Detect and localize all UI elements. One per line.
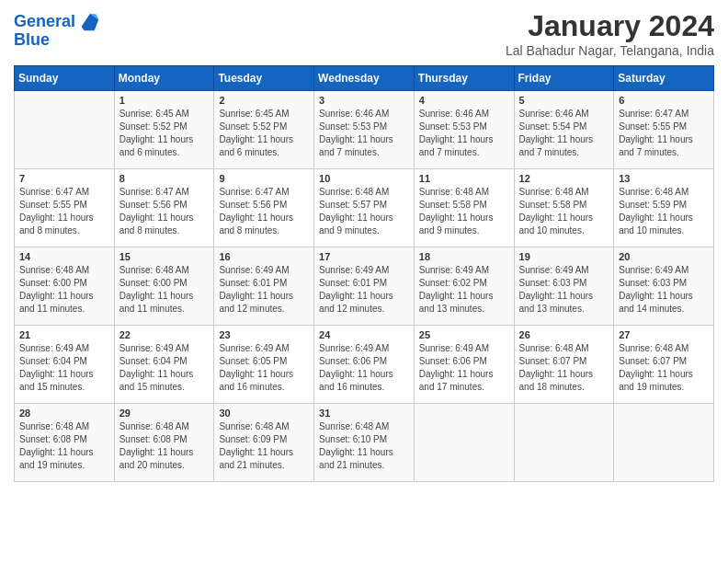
logo-icon	[77, 9, 103, 35]
calendar-cell: 21Sunrise: 6:49 AM Sunset: 6:04 PM Dayli…	[15, 326, 115, 404]
calendar-cell	[414, 404, 514, 482]
day-number: 27	[619, 329, 709, 340]
cell-info: Sunrise: 6:46 AM Sunset: 5:53 PM Dayligh…	[419, 108, 509, 159]
day-number: 20	[619, 251, 709, 262]
cell-info: Sunrise: 6:49 AM Sunset: 6:01 PM Dayligh…	[319, 264, 409, 316]
cell-info: Sunrise: 6:48 AM Sunset: 6:09 PM Dayligh…	[219, 420, 309, 472]
col-saturday: Saturday	[614, 66, 714, 91]
calendar-cell: 26Sunrise: 6:48 AM Sunset: 6:07 PM Dayli…	[514, 326, 614, 404]
cell-info: Sunrise: 6:48 AM Sunset: 6:08 PM Dayligh…	[119, 420, 210, 472]
calendar-header-row: Sunday Monday Tuesday Wednesday Thursday…	[15, 66, 714, 91]
cell-info: Sunrise: 6:48 AM Sunset: 5:58 PM Dayligh…	[519, 186, 609, 237]
col-thursday: Thursday	[414, 66, 514, 91]
day-number: 23	[219, 329, 309, 340]
calendar-week-0: 1Sunrise: 6:45 AM Sunset: 5:52 PM Daylig…	[15, 91, 714, 169]
day-number: 4	[419, 95, 509, 106]
col-monday: Monday	[114, 66, 214, 91]
cell-info: Sunrise: 6:48 AM Sunset: 6:07 PM Dayligh…	[519, 342, 609, 394]
day-number: 22	[119, 329, 210, 340]
calendar-cell: 4Sunrise: 6:46 AM Sunset: 5:53 PM Daylig…	[414, 91, 514, 169]
col-wednesday: Wednesday	[314, 66, 415, 91]
calendar-cell: 18Sunrise: 6:49 AM Sunset: 6:02 PM Dayli…	[414, 247, 514, 326]
cell-info: Sunrise: 6:49 AM Sunset: 6:03 PM Dayligh…	[619, 264, 709, 316]
day-number: 7	[19, 173, 109, 184]
day-number: 14	[19, 251, 109, 262]
cell-info: Sunrise: 6:47 AM Sunset: 5:55 PM Dayligh…	[619, 108, 709, 159]
day-number: 1	[119, 95, 210, 106]
cell-info: Sunrise: 6:49 AM Sunset: 6:01 PM Dayligh…	[219, 264, 309, 316]
day-number: 21	[19, 329, 109, 340]
cell-info: Sunrise: 6:49 AM Sunset: 6:06 PM Dayligh…	[319, 342, 409, 394]
calendar-cell: 30Sunrise: 6:48 AM Sunset: 6:09 PM Dayli…	[214, 404, 314, 482]
calendar-cell: 31Sunrise: 6:48 AM Sunset: 6:10 PM Dayli…	[314, 404, 415, 482]
day-number: 5	[519, 95, 609, 106]
calendar-cell: 5Sunrise: 6:46 AM Sunset: 5:54 PM Daylig…	[514, 91, 614, 169]
calendar-cell: 27Sunrise: 6:48 AM Sunset: 6:07 PM Dayli…	[614, 326, 714, 404]
day-number: 10	[319, 173, 409, 184]
day-number: 8	[119, 173, 210, 184]
logo: General Blue	[14, 9, 103, 50]
day-number: 29	[119, 408, 210, 419]
cell-info: Sunrise: 6:49 AM Sunset: 6:04 PM Dayligh…	[119, 342, 210, 394]
col-tuesday: Tuesday	[214, 66, 314, 91]
cell-info: Sunrise: 6:49 AM Sunset: 6:05 PM Dayligh…	[219, 342, 309, 394]
cell-info: Sunrise: 6:47 AM Sunset: 5:56 PM Dayligh…	[219, 186, 309, 237]
day-number: 12	[519, 173, 609, 184]
title-block: January 2024 Lal Bahadur Nagar, Telangan…	[506, 9, 714, 58]
day-number: 25	[419, 329, 509, 340]
cell-info: Sunrise: 6:46 AM Sunset: 5:53 PM Dayligh…	[319, 108, 409, 159]
col-sunday: Sunday	[15, 66, 115, 91]
calendar-cell: 1Sunrise: 6:45 AM Sunset: 5:52 PM Daylig…	[114, 91, 214, 169]
calendar-cell: 19Sunrise: 6:49 AM Sunset: 6:03 PM Dayli…	[514, 247, 614, 326]
calendar-week-2: 14Sunrise: 6:48 AM Sunset: 6:00 PM Dayli…	[15, 247, 714, 326]
calendar-cell: 9Sunrise: 6:47 AM Sunset: 5:56 PM Daylig…	[214, 169, 314, 247]
calendar-week-3: 21Sunrise: 6:49 AM Sunset: 6:04 PM Dayli…	[15, 326, 714, 404]
calendar-cell: 25Sunrise: 6:49 AM Sunset: 6:06 PM Dayli…	[414, 326, 514, 404]
calendar-cell: 20Sunrise: 6:49 AM Sunset: 6:03 PM Dayli…	[614, 247, 714, 326]
cell-info: Sunrise: 6:49 AM Sunset: 6:06 PM Dayligh…	[419, 342, 509, 394]
calendar-cell: 12Sunrise: 6:48 AM Sunset: 5:58 PM Dayli…	[514, 169, 614, 247]
calendar-cell	[15, 91, 115, 169]
cell-info: Sunrise: 6:45 AM Sunset: 5:52 PM Dayligh…	[219, 108, 309, 159]
calendar-cell: 15Sunrise: 6:48 AM Sunset: 6:00 PM Dayli…	[114, 247, 214, 326]
calendar-cell	[614, 404, 714, 482]
calendar-cell: 7Sunrise: 6:47 AM Sunset: 5:55 PM Daylig…	[15, 169, 115, 247]
day-number: 6	[619, 95, 709, 106]
logo-text: General	[14, 13, 75, 31]
col-friday: Friday	[514, 66, 614, 91]
calendar-week-1: 7Sunrise: 6:47 AM Sunset: 5:55 PM Daylig…	[15, 169, 714, 247]
cell-info: Sunrise: 6:48 AM Sunset: 6:00 PM Dayligh…	[119, 264, 210, 316]
cell-info: Sunrise: 6:47 AM Sunset: 5:56 PM Dayligh…	[119, 186, 210, 237]
cell-info: Sunrise: 6:48 AM Sunset: 6:10 PM Dayligh…	[319, 420, 409, 472]
cell-info: Sunrise: 6:48 AM Sunset: 5:59 PM Dayligh…	[619, 186, 709, 237]
calendar-cell: 23Sunrise: 6:49 AM Sunset: 6:05 PM Dayli…	[214, 326, 314, 404]
day-number: 15	[119, 251, 210, 262]
day-number: 30	[219, 408, 309, 419]
cell-info: Sunrise: 6:49 AM Sunset: 6:02 PM Dayligh…	[419, 264, 509, 316]
day-number: 3	[319, 95, 409, 106]
calendar-cell: 14Sunrise: 6:48 AM Sunset: 6:00 PM Dayli…	[15, 247, 115, 326]
calendar-cell: 16Sunrise: 6:49 AM Sunset: 6:01 PM Dayli…	[214, 247, 314, 326]
logo-blue: Blue	[14, 31, 50, 50]
calendar-table: Sunday Monday Tuesday Wednesday Thursday…	[14, 65, 714, 482]
day-number: 31	[319, 408, 409, 419]
day-number: 28	[19, 408, 109, 419]
day-number: 16	[219, 251, 309, 262]
day-number: 11	[419, 173, 509, 184]
cell-info: Sunrise: 6:48 AM Sunset: 5:57 PM Dayligh…	[319, 186, 409, 237]
calendar-cell	[514, 404, 614, 482]
day-number: 19	[519, 251, 609, 262]
cell-info: Sunrise: 6:48 AM Sunset: 6:00 PM Dayligh…	[19, 264, 109, 316]
calendar-week-4: 28Sunrise: 6:48 AM Sunset: 6:08 PM Dayli…	[15, 404, 714, 482]
day-number: 17	[319, 251, 409, 262]
calendar-cell: 11Sunrise: 6:48 AM Sunset: 5:58 PM Dayli…	[414, 169, 514, 247]
location: Lal Bahadur Nagar, Telangana, India	[506, 43, 714, 58]
day-number: 9	[219, 173, 309, 184]
cell-info: Sunrise: 6:47 AM Sunset: 5:55 PM Dayligh…	[19, 186, 109, 237]
calendar-cell: 22Sunrise: 6:49 AM Sunset: 6:04 PM Dayli…	[114, 326, 214, 404]
cell-info: Sunrise: 6:48 AM Sunset: 5:58 PM Dayligh…	[419, 186, 509, 237]
calendar-cell: 29Sunrise: 6:48 AM Sunset: 6:08 PM Dayli…	[114, 404, 214, 482]
page-header: General Blue January 2024 Lal Bahadur Na…	[14, 9, 714, 58]
calendar-cell: 13Sunrise: 6:48 AM Sunset: 5:59 PM Dayli…	[614, 169, 714, 247]
month-title: January 2024	[506, 9, 714, 43]
